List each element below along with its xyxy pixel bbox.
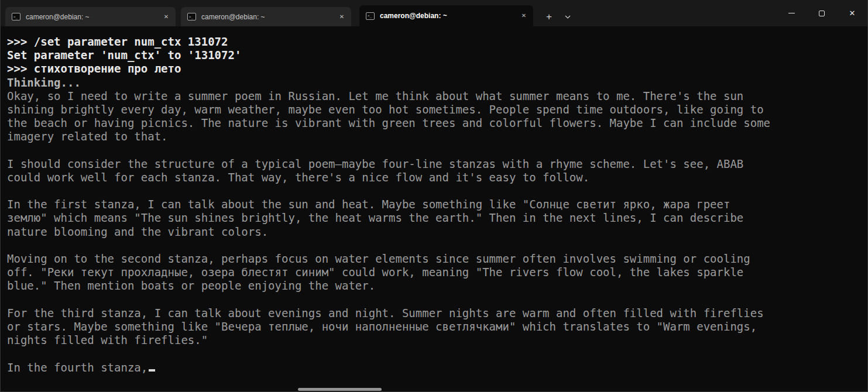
terminal-blank-line (7, 184, 862, 198)
terminal-line: Set parameter 'num_ctx' to '131072' (7, 49, 862, 62)
tab-title: cameron@debian: ~ (380, 12, 518, 20)
terminal-line: imagery related to that. (7, 130, 862, 143)
minimize-icon (788, 13, 795, 13)
tab-1[interactable]: >_cameron@debian: ~✕ (5, 7, 176, 26)
tab-close-button[interactable]: ✕ (518, 10, 530, 22)
terminal-icon: >_ (12, 13, 20, 20)
tab-2[interactable]: >_cameron@debian: ~✕ (181, 7, 351, 26)
terminal-blank-line (7, 239, 862, 252)
terminal-line: In the fourth stanza, (7, 361, 862, 374)
terminal-blank-line (7, 347, 862, 360)
minimize-button[interactable] (776, 0, 807, 26)
terminal-line: In the first stanza, I can talk about th… (7, 198, 862, 211)
terminal-line: >>> /set parameter num_ctx 131072 (7, 35, 862, 49)
titlebar[interactable]: >_cameron@debian: ~✕>_cameron@debian: ~✕… (1, 0, 867, 26)
close-button[interactable]: ✕ (837, 0, 867, 26)
terminal-line: Okay, so I need to write a summer poem i… (7, 90, 862, 103)
new-tab-button[interactable]: + (540, 7, 558, 26)
terminal-blank-line (7, 144, 862, 157)
terminal-icon: >_ (187, 13, 196, 20)
terminal-line: >>> стихотворение про лето (7, 62, 862, 75)
terminal-cursor (149, 369, 155, 372)
terminal-line: shining brightly every day, warm weather… (7, 103, 862, 116)
tab-title: cameron@debian: ~ (201, 13, 336, 21)
terminal-line: the beach or having picnics. The nature … (7, 116, 862, 130)
tab-close-button[interactable]: ✕ (160, 11, 172, 23)
tab-3[interactable]: >_cameron@debian: ~✕ (359, 5, 533, 26)
terminal-content[interactable]: >>> /set parameter num_ctx 131072Set par… (1, 26, 867, 391)
terminal-line: nature blooming and the vibrant colors. (7, 225, 862, 239)
terminal-line: nights filled with fireflies." (7, 333, 862, 347)
tab-title: cameron@debian: ~ (26, 13, 160, 21)
tab-dropdown-button[interactable] (558, 7, 577, 26)
terminal-line: I should consider the structure of a typ… (7, 157, 862, 171)
terminal-line: could work well for each stanza. That wa… (7, 171, 862, 184)
tab-bar: >_cameron@debian: ~✕>_cameron@debian: ~✕… (1, 0, 538, 26)
bottom-indicator (298, 388, 382, 391)
terminal-blank-line (7, 293, 862, 307)
terminal-line: For the third stanza, I can talk about e… (7, 307, 862, 320)
window-controls: ✕ (776, 0, 867, 26)
terminal-line: blue." Then mention boats or people enjo… (7, 279, 862, 293)
terminal-line: or stars. Maybe something like "Вечера т… (7, 320, 862, 333)
terminal-line: Moving on to the second stanza, perhaps … (7, 252, 862, 266)
maximize-icon (819, 11, 825, 16)
terminal-icon: >_ (366, 12, 375, 20)
terminal-line: Thinking... (7, 76, 862, 90)
terminal-line: off. "Реки текут прохладные, озера блест… (7, 266, 862, 279)
terminal-line: землю" which means "The sun shines brigh… (7, 211, 862, 225)
close-icon: ✕ (849, 9, 856, 17)
chevron-down-icon (564, 15, 571, 19)
tab-close-button[interactable]: ✕ (336, 11, 348, 23)
maximize-button[interactable] (807, 0, 837, 26)
terminal-window: >_cameron@debian: ~✕>_cameron@debian: ~✕… (0, 0, 868, 392)
